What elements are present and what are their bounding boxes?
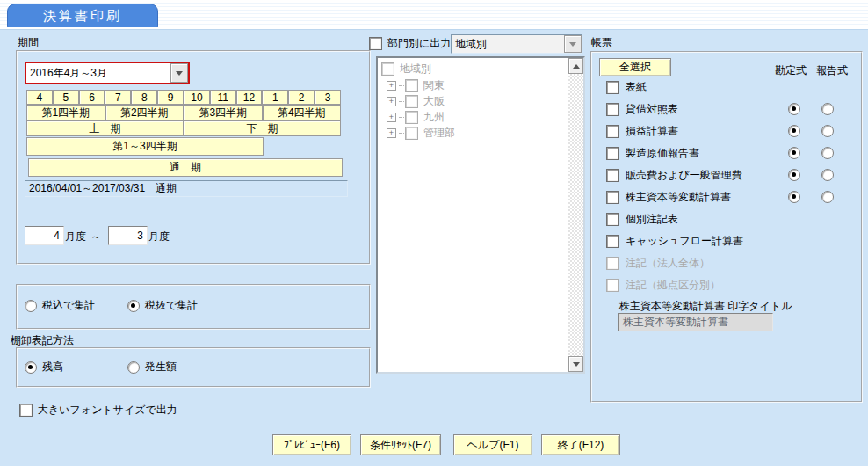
- tree-scrollbar[interactable]: [568, 58, 583, 372]
- balance-option[interactable]: 残高: [25, 360, 63, 375]
- preview-button[interactable]: ﾌﾟﾚﾋﾞｭｰ(F6): [272, 434, 351, 455]
- help-button[interactable]: ヘルプ(F1): [453, 434, 532, 455]
- occurrence-option[interactable]: 発生額: [127, 360, 177, 375]
- large-font-option[interactable]: 大きいフォントサイズで出力: [19, 403, 177, 418]
- manufacturing-cost-report-radio[interactable]: [821, 147, 834, 159]
- dropdown-arrow-button[interactable]: [170, 63, 188, 83]
- month-button-1[interactable]: 1: [262, 90, 288, 105]
- tree-item-root[interactable]: 地域別: [381, 62, 431, 76]
- large-font-checkbox[interactable]: [19, 404, 33, 417]
- account-format-column-header: 勘定式: [775, 63, 807, 78]
- manufacturing-cost-account-radio[interactable]: [788, 147, 800, 159]
- form-row-balance-sheet[interactable]: 貸借対照表: [606, 102, 678, 116]
- form-checkbox[interactable]: [606, 213, 619, 226]
- dropdown-arrow-button[interactable]: [564, 35, 582, 53]
- quarter-4-button[interactable]: 第4四半期: [263, 105, 342, 120]
- equity-statement-report-radio[interactable]: [821, 191, 834, 203]
- department-output-option[interactable]: 部門別に出力: [369, 36, 451, 51]
- exit-button[interactable]: 終了(F12): [541, 434, 620, 455]
- tax-included-option[interactable]: 税込で集計: [25, 298, 95, 313]
- period-range-display: 2016/04/01～2017/03/31 通期: [25, 180, 348, 197]
- department-type-dropdown[interactable]: 地域別: [451, 34, 582, 54]
- form-checkbox[interactable]: [606, 191, 619, 204]
- form-checkbox[interactable]: [606, 125, 619, 138]
- print-title-input[interactable]: 株主資本等変動計算書: [618, 313, 773, 331]
- month-button-5[interactable]: 5: [53, 90, 79, 105]
- form-label: 損益計算書: [626, 124, 678, 139]
- first-half-button[interactable]: 上 期: [26, 120, 184, 136]
- balance-sheet-report-radio[interactable]: [821, 103, 834, 115]
- form-row-manufacturing-cost[interactable]: 製造原価報告書: [606, 146, 699, 160]
- form-row-notes-corporate: 注記（法人全体）: [606, 256, 710, 270]
- balance-label: 残高: [42, 360, 63, 375]
- tree-expand-icon[interactable]: +: [387, 81, 396, 91]
- tree-item-checkbox[interactable]: [405, 79, 418, 92]
- month-button-12[interactable]: 12: [236, 90, 263, 105]
- equity-statement-account-radio[interactable]: [788, 191, 800, 203]
- large-font-label: 大きいフォントサイズで出力: [38, 403, 177, 418]
- scroll-down-button[interactable]: [568, 356, 583, 372]
- balance-sheet-account-radio[interactable]: [788, 103, 800, 115]
- sga-account-radio[interactable]: [788, 169, 800, 181]
- tree-item-checkbox[interactable]: [405, 111, 418, 124]
- tree-expand-icon[interactable]: +: [387, 128, 396, 138]
- quarter-3-button[interactable]: 第3四半期: [184, 105, 263, 120]
- occurrence-radio[interactable]: [127, 361, 140, 374]
- form-label: 注記（拠点区分別）: [626, 278, 720, 293]
- tree-item-kanribu[interactable]: + 管理部: [387, 126, 455, 140]
- form-row-cash-flow[interactable]: キャッシュフロー計算書: [606, 234, 743, 248]
- tree-expand-icon[interactable]: +: [387, 97, 396, 106]
- fiscal-year-dropdown[interactable]: 2016年4月～3月: [25, 62, 190, 84]
- form-row-equity-statement[interactable]: 株主資本等変動計算書: [606, 190, 731, 204]
- month-button-3[interactable]: 3: [315, 90, 341, 105]
- month-button-11[interactable]: 11: [210, 90, 236, 105]
- form-checkbox[interactable]: [606, 235, 619, 248]
- form-checkbox[interactable]: [606, 169, 619, 182]
- form-row-sga[interactable]: 販売費および一般管理費: [606, 168, 742, 182]
- month-from-input[interactable]: 4: [25, 226, 64, 245]
- form-checkbox[interactable]: [606, 147, 619, 160]
- sga-report-radio[interactable]: [821, 169, 834, 181]
- form-checkbox[interactable]: [606, 81, 619, 94]
- tree-item-kanto[interactable]: + 関東: [387, 78, 445, 92]
- q1-to-q3-button[interactable]: 第1～3四半期: [26, 137, 264, 156]
- tree-expand-icon[interactable]: +: [387, 113, 396, 122]
- month-button-9[interactable]: 9: [157, 90, 184, 105]
- form-row-cover[interactable]: 表紙: [606, 80, 647, 94]
- scroll-up-button[interactable]: [568, 58, 583, 74]
- tax-included-radio[interactable]: [25, 300, 37, 312]
- balance-radio[interactable]: [25, 361, 37, 374]
- quarter-2-button[interactable]: 第2四半期: [105, 105, 184, 120]
- quarter-1-button[interactable]: 第1四半期: [26, 105, 105, 120]
- header-separator: [0, 27, 868, 31]
- tree-item-osaka[interactable]: + 大阪: [387, 94, 445, 108]
- reset-conditions-button[interactable]: 条件ﾘｾｯﾄ(F7): [360, 434, 441, 455]
- tree-root-checkbox[interactable]: [381, 62, 394, 76]
- month-button-2[interactable]: 2: [288, 90, 315, 105]
- tree-item-checkbox[interactable]: [405, 95, 418, 108]
- select-all-button[interactable]: 全選択: [599, 58, 671, 76]
- month-button-10[interactable]: 10: [184, 90, 210, 105]
- tree-connector: [399, 133, 404, 134]
- month-button-4[interactable]: 4: [26, 90, 53, 105]
- month-button-6[interactable]: 6: [79, 90, 105, 105]
- month-button-8[interactable]: 8: [131, 90, 157, 105]
- full-term-button[interactable]: 通 期: [28, 158, 343, 177]
- month-to-input[interactable]: 3: [108, 226, 148, 245]
- income-statement-account-radio[interactable]: [788, 125, 800, 137]
- income-statement-report-radio[interactable]: [821, 125, 834, 137]
- tax-excluded-radio[interactable]: [127, 300, 140, 312]
- form-label: 個別注記表: [626, 212, 678, 227]
- form-label: 貸借対照表: [626, 102, 678, 117]
- form-checkbox[interactable]: [606, 103, 619, 116]
- form-row-income-statement[interactable]: 損益計算書: [606, 124, 678, 138]
- department-output-checkbox[interactable]: [369, 37, 382, 50]
- month-button-7[interactable]: 7: [105, 90, 131, 105]
- tree-item-kyushu[interactable]: + 九州: [387, 110, 445, 124]
- department-tree[interactable]: 地域別 + 関東 + 大阪 + 九州 + 管理部: [376, 56, 585, 374]
- second-half-button[interactable]: 下 期: [184, 120, 341, 136]
- print-title-label: 株主資本等変動計算書 印字タイトル: [619, 299, 792, 314]
- form-row-individual-notes[interactable]: 個別注記表: [606, 212, 678, 226]
- tree-item-checkbox[interactable]: [405, 127, 418, 140]
- tax-excluded-option[interactable]: 税抜で集計: [127, 298, 198, 313]
